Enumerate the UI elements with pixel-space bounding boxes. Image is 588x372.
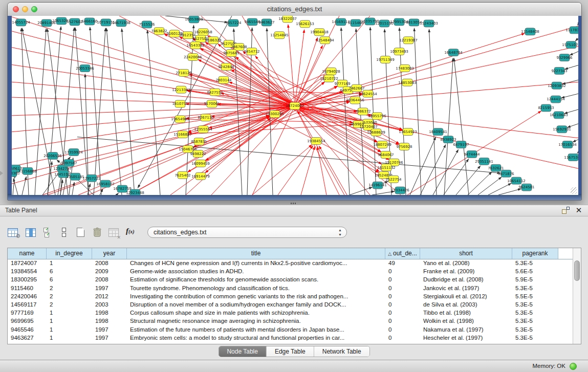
float-panel-icon[interactable]: [562, 207, 570, 214]
table-row[interactable]: 946554611997Estimation of the future num…: [8, 325, 573, 334]
column-header-title[interactable]: title: [127, 248, 385, 259]
graph-node[interactable]: 22420046: [184, 54, 202, 61]
graph-node[interactable]: 10973493: [390, 48, 408, 55]
graph-node[interactable]: 16210643: [550, 112, 568, 119]
graph-node[interactable]: 17334426: [391, 187, 409, 194]
graph-node[interactable]: 9463627: [258, 19, 274, 26]
graph-node[interactable]: 16099459: [191, 160, 210, 167]
column-header-pagerank[interactable]: pagerank: [512, 248, 558, 259]
graph-node-label: 16151132: [377, 166, 396, 170]
graph-node[interactable]: 17483083: [396, 64, 414, 72]
table-row[interactable]: 911546021997Tourette syndrome. Phenomeno…: [8, 284, 573, 292]
graph-node[interactable]: 15751074: [562, 41, 578, 49]
graph-node[interactable]: 6479197: [453, 141, 469, 148]
graph-node[interactable]: 7357224: [225, 19, 242, 27]
graph-node[interactable]: 8215953: [538, 104, 554, 112]
graph-node[interactable]: 17016534: [558, 141, 577, 148]
function-builder-icon[interactable]: f(x): [126, 226, 135, 235]
new-table-icon[interactable]: [77, 228, 84, 237]
tab-network-table[interactable]: Network Table: [314, 346, 369, 357]
graph-node[interactable]: 29351141: [475, 158, 493, 165]
node-table: namein_degreeyeartitle△out_de...shortpag…: [7, 248, 581, 344]
table-row[interactable]: 2242004622012Investigating the contribut…: [8, 292, 573, 300]
graph-node[interactable]: 18226058: [194, 29, 212, 36]
table-row[interactable]: 946362711997Embryonic stem cells: a mode…: [8, 334, 573, 342]
graph-node[interactable]: 9624501: [518, 184, 534, 191]
graph-node[interactable]: 14055724: [12, 19, 30, 26]
graph-node[interactable]: 11548408: [521, 28, 539, 35]
row-height-icon[interactable]: [62, 228, 66, 237]
graph-node[interactable]: 19904418: [310, 29, 329, 36]
graph-node[interactable]: 18322037: [278, 16, 297, 23]
graph-node[interactable]: 10654112: [507, 177, 526, 184]
table-select-dropdown[interactable]: citations_edges.txt ▲▼: [147, 227, 347, 238]
graph-node[interactable]: 12548494: [316, 37, 334, 44]
graph-node[interactable]: 12213343: [172, 86, 190, 93]
table-settings-icon[interactable]: ⚙: [8, 228, 18, 237]
tab-node-table[interactable]: Node Table: [219, 346, 267, 357]
graph-node-label: 14853083: [398, 81, 417, 85]
graph-node[interactable]: 11675342: [564, 154, 578, 161]
graph-node[interactable]: 11254845: [270, 32, 289, 39]
graph-node[interactable]: 15692931: [553, 126, 571, 133]
graph-node[interactable]: 9465546: [244, 18, 260, 26]
graph-node-label: 19654985: [171, 117, 189, 121]
window-titlebar[interactable]: citations_edges.txt: [8, 3, 581, 16]
trash-icon[interactable]: [93, 227, 102, 239]
graph-node[interactable]: 19751349: [376, 56, 395, 63]
graph-node[interactable]: 2718120: [176, 69, 191, 76]
graph-node[interactable]: 8267130: [198, 114, 213, 121]
column-header-short[interactable]: short: [420, 248, 512, 259]
table-row[interactable]: 1872400712008Changes of HCN gene express…: [8, 259, 573, 267]
table-row[interactable]: 969969511998Structural magnetic resonanc…: [8, 317, 573, 325]
graph-node[interactable]: 9170061: [204, 100, 220, 107]
graph-node-label: 14055724: [12, 20, 30, 25]
table-row[interactable]: 977716911998Corpus callosum shape and si…: [8, 309, 573, 317]
graph-node[interactable]: 2803144: [215, 76, 232, 83]
graph-edge: [12, 31, 295, 106]
graph-node[interactable]: 16914479: [191, 172, 210, 180]
graph-node[interactable]: 7625402: [175, 171, 190, 179]
column-header-indegree[interactable]: in_degree: [47, 248, 92, 259]
graph-node[interactable]: 1810755: [172, 100, 188, 107]
close-panel-icon[interactable]: ✕: [575, 206, 583, 215]
scrollbar-thumb[interactable]: [574, 260, 580, 281]
graph-node[interactable]: 18409541: [429, 128, 447, 136]
graph-node[interactable]: 16210722: [320, 75, 338, 82]
table-panel-title: Table Panel: [5, 205, 37, 216]
graph-node[interactable]: 16648784: [444, 49, 463, 56]
table-row[interactable]: 1830029562008Estimation of significance …: [8, 275, 573, 283]
graph-node[interactable]: 12444154: [547, 96, 565, 103]
graph-node[interactable]: 9474444: [464, 150, 480, 158]
graph-node[interactable]: 15626153: [296, 20, 314, 28]
graph-node-label: 18955796: [368, 114, 386, 118]
table-row[interactable]: 1938455462009Genome-wide association stu…: [8, 267, 573, 275]
resize-grip[interactable]: [571, 187, 577, 194]
column-select-icon[interactable]: [26, 228, 36, 237]
graph-node[interactable]: 8938923: [440, 136, 456, 143]
graph-node[interactable]: 16053809: [185, 16, 203, 23]
column-header-year[interactable]: year: [92, 248, 127, 259]
graph-node[interactable]: 20206536: [43, 152, 62, 159]
column-header-outde[interactable]: △out_de...: [385, 248, 420, 259]
select-rows-icon[interactable]: ✓ ✓: [43, 227, 54, 237]
graph-node[interactable]: 9227343: [551, 67, 567, 74]
graph-node-label: 9756928: [396, 145, 412, 149]
graph-node[interactable]: 14853083: [398, 79, 417, 86]
graph-node[interactable]: 19384554: [307, 138, 325, 145]
graph-node-label: 16958107: [96, 182, 115, 186]
graph-node[interactable]: 6466160: [81, 18, 97, 25]
graph-node-label: 6466160: [81, 19, 97, 24]
graph-node[interactable]: 9756928: [396, 143, 412, 150]
table-row[interactable]: 1456911722003Disruption of a novel membe…: [8, 300, 573, 309]
network-canvas[interactable]: 1872400774638229160129891235418226058952…: [12, 16, 578, 195]
graph-node[interactable]: 15243403: [420, 20, 438, 27]
column-header-name[interactable]: name: [8, 248, 47, 259]
graph-node[interactable]: 20364456: [346, 97, 364, 104]
graph-node[interactable]: 18807249: [373, 141, 391, 148]
graph-node[interactable]: 9684067: [378, 151, 394, 158]
graph-node[interactable]: 11178345: [565, 27, 578, 34]
tab-edge-table[interactable]: Edge Table: [267, 346, 314, 357]
vertical-scrollbar[interactable]: [573, 248, 581, 344]
graph-node-label: 1527602: [67, 20, 82, 24]
